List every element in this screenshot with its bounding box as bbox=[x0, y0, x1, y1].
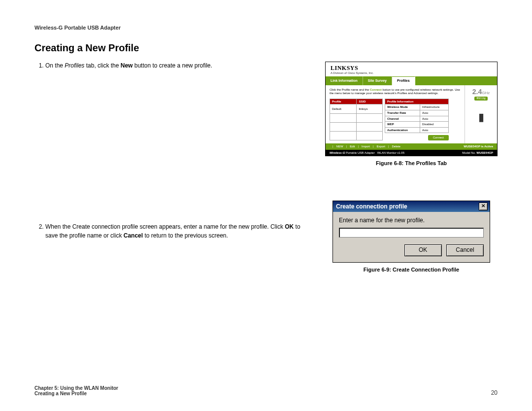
col-ssid: SSID bbox=[357, 99, 383, 104]
connect-button[interactable]: Connect bbox=[428, 135, 449, 140]
figure-8-caption: Figure 6-8: The Profiles Tab bbox=[325, 160, 498, 166]
footer-bar: Wireless-G Portable USB Adapter WLAN Mon… bbox=[326, 150, 497, 156]
ghz-indicator: 2.4GHz bbox=[468, 88, 494, 96]
dialog-title: Create connection profile bbox=[336, 203, 407, 210]
profile-row[interactable]: Default linksys bbox=[330, 104, 383, 113]
wifi-standard-badge: 802.11g bbox=[474, 97, 487, 101]
page-number: 20 bbox=[491, 389, 498, 396]
edit-button[interactable]: Edit bbox=[350, 145, 355, 148]
product-header: Wireless-G Portable USB Adapter bbox=[34, 25, 498, 31]
cancel-button[interactable]: Cancel bbox=[446, 244, 484, 256]
step1-pre: On the bbox=[45, 62, 65, 69]
figure-9-caption: Figure 6-9: Create Connection Profile bbox=[325, 267, 498, 273]
instruction-text: On the Profiles tab, click the New butto… bbox=[34, 62, 314, 287]
profile-info-table: Profile Information Wireless ModeInfrast… bbox=[385, 99, 449, 134]
linksys-tagline: A Division of Cisco Systems, Inc. bbox=[331, 71, 492, 75]
figure-profiles-tab: LINKSYS A Division of Cisco Systems, Inc… bbox=[325, 62, 498, 156]
step1-profiles-word: Profiles bbox=[65, 62, 84, 69]
device-icon: ▮ bbox=[468, 111, 494, 123]
import-button[interactable]: Import bbox=[362, 145, 370, 148]
instruction-note: Click the Profile name and the Connect b… bbox=[330, 88, 461, 96]
step-1: On the Profiles tab, click the New butto… bbox=[45, 62, 314, 70]
tab-profiles[interactable]: Profiles bbox=[392, 76, 415, 85]
profile-name-input[interactable] bbox=[339, 228, 484, 238]
new-button[interactable]: NEW bbox=[336, 145, 343, 148]
tab-link-information[interactable]: Link Information bbox=[326, 76, 363, 85]
close-button[interactable]: ✕ bbox=[479, 203, 488, 210]
step1-post: button to create a new profile. bbox=[133, 62, 212, 69]
footer-chapter-info: Chapter 5: Using the WLAN Monitor Creati… bbox=[34, 385, 118, 396]
section-title: Creating a New Profile bbox=[34, 42, 498, 54]
step2-pre: When the Create connection profile scree… bbox=[45, 223, 285, 230]
export-button[interactable]: Export bbox=[377, 145, 385, 148]
linksys-logo: LINKSYS bbox=[331, 65, 492, 71]
delete-button[interactable]: Delete bbox=[392, 145, 400, 148]
info-header: Profile Information bbox=[385, 99, 449, 104]
step2-cancel-word: Cancel bbox=[124, 232, 143, 239]
col-profile: Profile bbox=[330, 99, 357, 104]
adapter-status: WUSB54GP is Active bbox=[464, 145, 493, 148]
step2-ok-word: OK bbox=[285, 223, 294, 230]
step-2: When the Create connection profile scree… bbox=[45, 223, 314, 240]
action-bar: |NEW |Edit |Import |Export |Delete WUSB5… bbox=[326, 143, 497, 150]
step2-post: to return to the previous screen. bbox=[143, 232, 228, 239]
figure-create-connection-dialog: Create connection profile ✕ Enter a name… bbox=[332, 201, 490, 263]
step1-mid: tab, click the bbox=[84, 62, 120, 69]
profile-list-table: Profile SSID Default linksys bbox=[330, 99, 383, 140]
dialog-prompt: Enter a name for the new profile. bbox=[339, 217, 484, 224]
tab-bar: Link Information Site Survey Profiles bbox=[326, 76, 497, 85]
ok-button[interactable]: OK bbox=[404, 244, 442, 256]
step1-new-word: New bbox=[121, 62, 133, 69]
tab-site-survey[interactable]: Site Survey bbox=[363, 76, 392, 85]
